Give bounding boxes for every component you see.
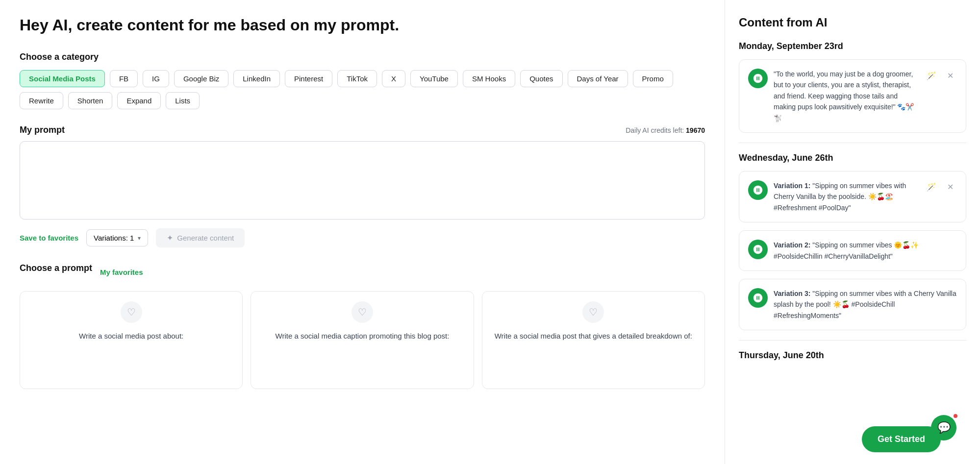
content-card-var2: Variation 2: "Sipping on summer vibes 🌞🍒… [739, 230, 966, 271]
heart-icon-1: ♡ [127, 306, 136, 318]
prompt-label: My prompt [20, 125, 65, 135]
chat-icon: 💬 [937, 421, 951, 434]
heart-button-1[interactable]: ♡ [121, 301, 142, 323]
chat-button-wrapper: 💬 [943, 427, 968, 452]
ai-logo-icon-var1 [753, 185, 763, 195]
credits-label: Daily AI credits left: [626, 126, 684, 134]
close-icon-1[interactable]: ✕ [943, 69, 957, 82]
prompt-card-text-1: Write a social media post about: [79, 331, 183, 342]
content-card-inner-1: "To the world, you may just be a dog gro… [748, 69, 957, 123]
notification-dot [953, 413, 958, 419]
save-favorites-link[interactable]: Save to favorites [20, 234, 78, 242]
ai-avatar-1 [748, 69, 768, 88]
credits-value: 19670 [686, 126, 705, 134]
main-title: Hey AI, create content for me based on m… [20, 16, 705, 34]
prompt-actions: Save to favorites Variations: 1 ▾ ✦ Gene… [20, 228, 705, 247]
prompt-card-1[interactable]: ♡ Write a social media post about: [20, 291, 243, 389]
cat-btn-x[interactable]: X [382, 70, 405, 87]
generate-label: Generate content [177, 234, 234, 242]
heart-icon-3: ♡ [589, 306, 598, 318]
credits-text: Daily AI credits left: 19670 [626, 126, 705, 134]
cat-btn-lists[interactable]: Lists [166, 92, 200, 109]
variations-label: Variations: 1 [94, 234, 134, 242]
prompt-card-3[interactable]: ♡ Write a social media post that gives a… [482, 291, 705, 389]
card-actions-1: 🪄 ✕ [925, 69, 957, 82]
content-text-var1: Variation 1: "Sipping on summer vibes wi… [774, 180, 919, 213]
variation-label-3: Variation 3: [774, 290, 810, 297]
choose-prompt-header: Choose a prompt My favorites [20, 263, 705, 281]
heart-button-3[interactable]: ♡ [582, 301, 604, 323]
cat-btn-fb[interactable]: FB [110, 70, 138, 87]
date-label-3: Thursday, June 20th [739, 350, 966, 361]
ai-logo-icon-var3 [753, 293, 763, 303]
cat-btn-quotes[interactable]: Quotes [520, 70, 562, 87]
prompt-textarea[interactable] [20, 141, 705, 220]
date-label-1: Monday, September 23rd [739, 41, 966, 51]
choose-prompt-label: Choose a prompt [20, 263, 92, 273]
content-card-var1: Variation 1: "Sipping on summer vibes wi… [739, 171, 966, 222]
content-text-var3: Variation 3: "Sipping on summer vibes wi… [774, 288, 957, 321]
content-card-inner-var2: Variation 2: "Sipping on summer vibes 🌞🍒… [748, 240, 957, 262]
cat-btn-google-biz[interactable]: Google Biz [174, 70, 228, 87]
cat-btn-days-of-year[interactable]: Days of Year [568, 70, 628, 87]
date-group-1: Monday, September 23rd "To the world, yo… [739, 41, 966, 133]
date-label-2: Wednesday, June 26th [739, 153, 966, 163]
ai-avatar-var1 [748, 180, 768, 200]
category-section: Choose a category Social Media Posts FB … [20, 52, 705, 109]
content-text-var2: Variation 2: "Sipping on summer vibes 🌞🍒… [774, 240, 957, 262]
cat-btn-social-media[interactable]: Social Media Posts [20, 70, 105, 87]
divider-1 [739, 143, 966, 143]
right-panel-title: Content from AI [739, 16, 966, 29]
prompt-card-text-3: Write a social media post that gives a d… [495, 331, 692, 342]
prompt-cards: ♡ Write a social media post about: ♡ Wri… [20, 291, 705, 389]
date-group-3: Thursday, June 20th [739, 350, 966, 361]
prompt-section: My prompt Daily AI credits left: 19670 S… [20, 125, 705, 247]
right-panel: Content from AI Monday, September 23rd "… [725, 0, 980, 464]
card-actions-var1: 🪄 ✕ [925, 180, 957, 194]
cat-btn-pinterest[interactable]: Pinterest [285, 70, 332, 87]
content-text-1: "To the world, you may just be a dog gro… [774, 69, 919, 123]
content-card-inner-var1: Variation 1: "Sipping on summer vibes wi… [748, 180, 957, 213]
prompt-header: My prompt Daily AI credits left: 19670 [20, 125, 705, 135]
variation-label-2: Variation 2: [774, 241, 810, 249]
date-group-2: Wednesday, June 26th Variation 1: "Sippi… [739, 153, 966, 330]
ai-logo-icon-var2 [753, 244, 763, 255]
divider-2 [739, 340, 966, 341]
content-card-1: "To the world, you may just be a dog gro… [739, 59, 966, 133]
cat-btn-shorten[interactable]: Shorten [68, 92, 113, 109]
category-label: Choose a category [20, 52, 705, 62]
my-favorites-link[interactable]: My favorites [100, 268, 143, 276]
ai-logo-icon-1 [753, 73, 763, 84]
magic-wand-icon-1[interactable]: 🪄 [925, 69, 938, 82]
generate-icon: ✦ [167, 233, 173, 243]
cat-btn-linkedin[interactable]: LinkedIn [233, 70, 280, 87]
choose-prompt-section: Choose a prompt My favorites ♡ Write a s… [20, 263, 705, 389]
cat-btn-ig[interactable]: IG [143, 70, 169, 87]
cat-btn-rewrite[interactable]: Rewrite [20, 92, 63, 109]
get-started-label: Get Started [878, 434, 925, 444]
cat-btn-sm-hooks[interactable]: SM Hooks [463, 70, 515, 87]
content-card-var3: Variation 3: "Sipping on summer vibes wi… [739, 279, 966, 330]
magic-wand-icon-var1[interactable]: 🪄 [925, 180, 938, 194]
left-panel: Hey AI, create content for me based on m… [0, 0, 725, 464]
generate-button[interactable]: ✦ Generate content [156, 228, 245, 247]
variations-dropdown[interactable]: Variations: 1 ▾ [86, 229, 148, 246]
cat-btn-promo[interactable]: Promo [633, 70, 673, 87]
cat-btn-expand[interactable]: Expand [117, 92, 161, 109]
chevron-down-icon: ▾ [138, 235, 141, 242]
heart-icon-2: ♡ [358, 306, 367, 318]
get-started-button[interactable]: Get Started [862, 426, 941, 452]
prompt-card-text-2: Write a social media caption promoting t… [276, 331, 450, 342]
heart-button-2[interactable]: ♡ [352, 301, 373, 323]
chat-button[interactable]: 💬 [931, 415, 956, 440]
prompt-card-2[interactable]: ♡ Write a social media caption promoting… [251, 291, 474, 389]
variation-label-1: Variation 1: [774, 182, 810, 190]
cat-btn-youtube[interactable]: YouTube [410, 70, 458, 87]
ai-avatar-var3 [748, 288, 768, 308]
close-icon-var1[interactable]: ✕ [943, 180, 957, 194]
content-card-inner-var3: Variation 3: "Sipping on summer vibes wi… [748, 288, 957, 321]
ai-avatar-var2 [748, 240, 768, 259]
cat-btn-tiktok[interactable]: TikTok [337, 70, 377, 87]
category-grid: Social Media Posts FB IG Google Biz Link… [20, 70, 705, 109]
